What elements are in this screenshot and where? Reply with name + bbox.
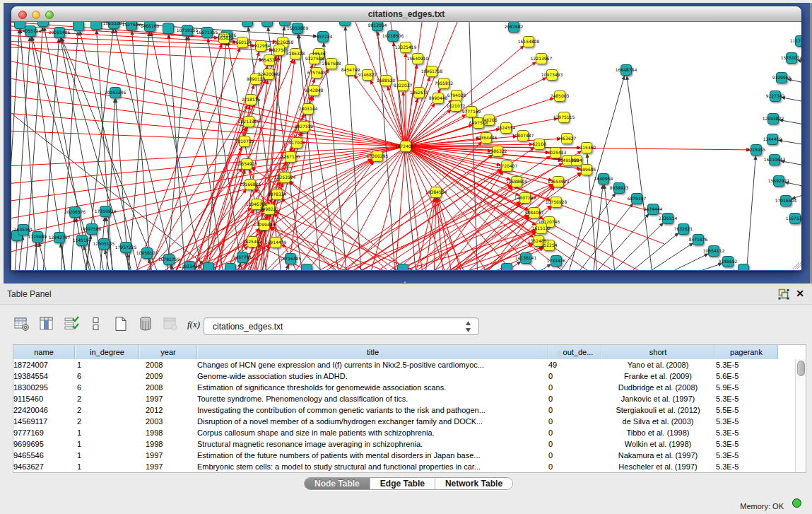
cell-name[interactable]: 18300295 <box>13 382 75 393</box>
cell-out_de[interactable]: 0 <box>548 393 601 404</box>
cell-out_de[interactable]: 0 <box>548 427 601 438</box>
table-row[interactable]: 1456911722003Disruption of a novel membe… <box>13 416 806 427</box>
table-settings-icon[interactable] <box>13 315 31 333</box>
cell-pagerank[interactable]: 5.3E-5 <box>714 438 778 450</box>
cell-name[interactable]: 9465546 <box>13 450 75 461</box>
table-vertical-scrollbar[interactable] <box>795 359 806 473</box>
cell-pagerank[interactable]: 5.5E-5 <box>714 404 778 416</box>
cell-in_degree[interactable]: 1 <box>75 359 139 370</box>
cell-pagerank[interactable]: 5.3E-5 <box>714 427 778 438</box>
cell-out_de[interactable]: 0 <box>548 461 601 472</box>
cell-title[interactable]: Investigating the contribution of common… <box>197 404 548 416</box>
cell-pagerank[interactable]: 5.3E-5 <box>714 450 778 461</box>
splitter-handle-icon[interactable]: ▲ <box>401 281 409 284</box>
cell-name[interactable]: 9699695 <box>13 438 75 450</box>
resize-grip-icon[interactable] <box>793 262 801 269</box>
table-row[interactable]: 969969511998Structural magnetic resonanc… <box>13 438 806 450</box>
network-view-window[interactable]: citations_edges.txt 14055724200914061065… <box>11 6 801 271</box>
row-height-icon[interactable] <box>87 315 105 333</box>
cell-title[interactable]: Changes of HCN gene expression and I(f) … <box>197 359 548 370</box>
cell-out_de[interactable]: 0 <box>548 450 601 461</box>
cell-year[interactable]: 1997 <box>139 393 197 404</box>
cell-short[interactable]: de Silva et al. (2003) <box>601 416 714 427</box>
cell-name[interactable]: 9463627 <box>13 461 75 472</box>
column-header-title[interactable]: title <box>197 345 548 359</box>
table-row[interactable]: 946554611997Estimation of the future num… <box>13 450 806 461</box>
column-header-pagerank[interactable]: pagerank <box>714 345 778 359</box>
cell-in_degree[interactable]: 6 <box>75 382 139 393</box>
table-row[interactable]: 1872400712008Changes of HCN gene express… <box>13 359 806 370</box>
function-builder-icon[interactable]: f(x) <box>186 315 204 333</box>
table-row[interactable]: 1938455462009Genome-wide association stu… <box>13 370 806 382</box>
cell-short[interactable]: Jankovic et al. (1997) <box>601 393 714 404</box>
float-window-icon[interactable] <box>778 288 789 300</box>
cell-year[interactable]: 2008 <box>139 359 197 370</box>
cell-name[interactable]: 9777169 <box>13 427 75 438</box>
column-header-out_de[interactable]: △out_de... <box>548 345 601 359</box>
select-rows-icon[interactable] <box>62 315 81 333</box>
cell-pagerank[interactable]: 5.9E-5 <box>714 382 778 393</box>
column-header-name[interactable]: name <box>13 345 75 359</box>
cell-short[interactable]: Hescheler et al. (1997) <box>601 461 714 472</box>
cell-title[interactable]: Tourette syndrome. Phenomenology and cla… <box>197 393 548 404</box>
cell-year[interactable]: 1997 <box>139 461 197 472</box>
cell-name[interactable]: 18724007 <box>13 359 75 370</box>
cell-title[interactable]: Corpus callosum shape and size in male p… <box>197 427 548 438</box>
cell-name[interactable]: 14569117 <box>13 416 75 427</box>
cell-in_degree[interactable]: 2 <box>75 416 139 427</box>
cell-year[interactable]: 1998 <box>139 438 197 450</box>
tab-node-table[interactable]: Node Table <box>305 478 370 489</box>
cell-in_degree[interactable]: 1 <box>75 438 139 450</box>
cell-short[interactable]: Stergiakouli et al. (2012) <box>601 404 714 416</box>
cell-in_degree[interactable]: 1 <box>75 450 139 461</box>
column-header-year[interactable]: year <box>139 345 197 359</box>
cell-year[interactable]: 2003 <box>139 416 197 427</box>
cell-title[interactable]: Disruption of a novel member of a sodium… <box>197 416 548 427</box>
cell-in_degree[interactable]: 2 <box>75 393 139 404</box>
cell-year[interactable]: 1997 <box>139 450 197 461</box>
cell-year[interactable]: 2008 <box>139 382 197 393</box>
cell-out_de[interactable]: 0 <box>548 438 601 450</box>
column-header-short[interactable]: short <box>601 345 714 359</box>
cell-short[interactable]: Wolkin et al. (1998) <box>601 438 714 450</box>
cell-title[interactable]: Estimation of significance thresholds fo… <box>197 382 548 393</box>
table-row[interactable]: 946362711997Embryonic stem cells: a mode… <box>13 461 806 472</box>
cell-in_degree[interactable]: 1 <box>75 461 139 472</box>
cell-pagerank[interactable]: 5.3E-5 <box>714 461 778 472</box>
cell-pagerank[interactable]: 5.6E-5 <box>714 370 778 382</box>
cell-out_de[interactable]: 49 <box>548 359 601 370</box>
cell-out_de[interactable]: 0 <box>548 370 601 382</box>
table-select-combo[interactable]: citations_edges.txt <box>204 317 479 335</box>
cell-in_degree[interactable]: 6 <box>75 370 139 382</box>
cell-name[interactable]: 22420046 <box>13 404 75 416</box>
cell-out_de[interactable]: 0 <box>548 404 601 416</box>
window-titlebar[interactable]: citations_edges.txt <box>11 6 801 22</box>
column-header-in_degree[interactable]: in_degree <box>75 345 139 359</box>
cell-pagerank[interactable]: 5.3E-5 <box>714 359 778 370</box>
cell-in_degree[interactable]: 2 <box>75 404 139 416</box>
cell-pagerank[interactable]: 5.3E-5 <box>714 393 778 404</box>
cell-name[interactable]: 19384554 <box>13 370 75 382</box>
cell-year[interactable]: 2012 <box>139 404 197 416</box>
cell-short[interactable]: Yano et al. (2008) <box>601 359 714 370</box>
new-table-icon[interactable] <box>112 315 130 333</box>
delete-table-icon[interactable] <box>136 315 155 333</box>
cell-short[interactable]: Dudbridge et al. (2008) <box>601 382 714 393</box>
cell-year[interactable]: 2009 <box>139 370 197 382</box>
column-chooser-icon[interactable] <box>37 315 56 333</box>
close-panel-icon[interactable]: ✕ <box>794 288 806 299</box>
cell-out_de[interactable]: 0 <box>548 382 601 393</box>
tab-edge-table[interactable]: Edge Table <box>370 478 435 489</box>
table-row[interactable]: 1830029562008Estimation of significance … <box>13 382 806 393</box>
cell-pagerank[interactable]: 5.3E-5 <box>714 416 778 427</box>
cell-title[interactable]: Embryonic stem cells: a model to study s… <box>197 461 548 472</box>
cell-year[interactable]: 1998 <box>139 427 197 438</box>
cell-title[interactable]: Structural magnetic resonance image aver… <box>197 438 548 450</box>
tab-network-table[interactable]: Network Table <box>435 478 512 489</box>
cell-in_degree[interactable]: 1 <box>75 427 139 438</box>
scrollbar-thumb[interactable] <box>797 361 805 376</box>
cell-title[interactable]: Genome-wide association studies in ADHD. <box>197 370 548 382</box>
cell-name[interactable]: 9115460 <box>13 393 75 404</box>
table-row[interactable]: 2242004622012Investigating the contribut… <box>13 404 806 416</box>
cell-title[interactable]: Estimation of the future numbers of pati… <box>197 450 548 461</box>
